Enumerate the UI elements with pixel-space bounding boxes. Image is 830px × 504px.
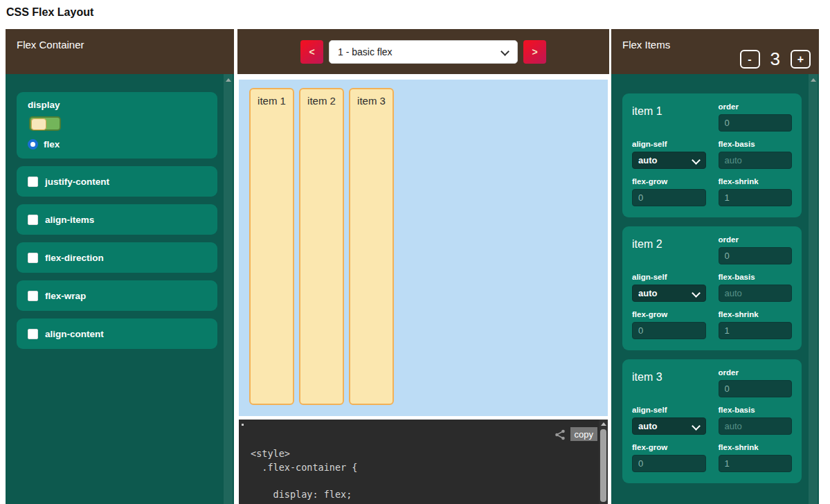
next-example-button[interactable]: > [523, 40, 546, 64]
flex-items-panel-body: item 1 order align-self auto flex-basis [611, 74, 819, 504]
align-content-label: align-content [45, 329, 104, 339]
flex-direction-card[interactable]: flex-direction [17, 242, 217, 273]
flex-preview-container: item 1 item 2 item 3 [239, 80, 608, 416]
flex-grow-label: flex-grow [632, 177, 706, 186]
order-label: order [719, 235, 793, 244]
flex-wrap-card[interactable]: flex-wrap [17, 280, 217, 311]
flex-radio-label: flex [44, 139, 60, 150]
flex-basis-input[interactable] [719, 285, 793, 302]
flex-shrink-input[interactable] [719, 189, 793, 206]
flex-shrink-input[interactable] [719, 455, 793, 472]
flex-grow-field: flex-grow [632, 443, 706, 472]
code-line: <style> [251, 447, 608, 461]
order-input[interactable] [719, 380, 793, 397]
copy-button[interactable]: copy [570, 427, 597, 441]
code-block: <style> .flex-container { display: flex; [239, 420, 608, 501]
order-field: order [719, 235, 793, 264]
code-line: .flex-container { [251, 461, 608, 475]
align-items-card[interactable]: align-items [17, 204, 217, 235]
item-3-title: item 3 [632, 368, 706, 397]
flex-basis-input[interactable] [719, 417, 793, 435]
align-self-label: align-self [632, 273, 706, 281]
align-self-field: align-self auto [632, 140, 706, 169]
align-content-card[interactable]: align-content [17, 318, 217, 349]
item-1-card: item 1 order align-self auto flex-basis [622, 93, 802, 217]
decrease-items-button[interactable]: - [740, 50, 760, 69]
align-self-select[interactable]: auto [632, 417, 706, 435]
display-property-card: display flex [17, 92, 217, 159]
align-items-label: align-items [45, 215, 94, 225]
flex-wrap-checkbox[interactable] [28, 291, 38, 301]
increase-items-button[interactable]: + [791, 50, 811, 69]
flex-grow-input[interactable] [632, 322, 706, 339]
preview-item-1: item 1 [249, 88, 294, 405]
flex-items-panel: Flex Items - 3 + item 1 order align-self [611, 29, 819, 504]
page-title: CSS Flex Layout [6, 6, 93, 19]
flex-basis-label: flex-basis [719, 140, 793, 148]
code-line [251, 474, 608, 488]
code-line: display: flex; [251, 488, 608, 502]
example-select[interactable]: 1 - basic flex [329, 40, 518, 64]
example-nav-bar: < 1 - basic flex > [237, 29, 609, 74]
order-label: order [719, 102, 793, 111]
scroll-up-icon[interactable] [811, 78, 816, 82]
bullet-icon [242, 424, 244, 426]
align-self-field: align-self auto [632, 406, 706, 435]
flex-grow-input[interactable] [632, 455, 706, 472]
flex-basis-field: flex-basis [719, 406, 793, 435]
right-panel-scrollbar[interactable] [809, 74, 818, 504]
flex-items-panel-title: Flex Items [622, 39, 670, 51]
order-input[interactable] [719, 114, 793, 132]
scroll-up-icon[interactable] [601, 422, 606, 426]
align-self-label: align-self [632, 406, 706, 414]
flex-shrink-label: flex-shrink [719, 310, 793, 318]
flex-basis-input[interactable] [719, 152, 793, 169]
share-icon[interactable] [554, 429, 566, 444]
display-label: display [28, 100, 206, 110]
align-self-select[interactable]: auto [632, 152, 706, 169]
flex-direction-checkbox[interactable] [28, 253, 38, 263]
order-field: order [719, 368, 793, 397]
flex-shrink-field: flex-shrink [719, 443, 793, 472]
flex-grow-field: flex-grow [632, 177, 706, 206]
prev-example-button[interactable]: < [300, 40, 323, 64]
flex-container-panel-header: Flex Container [6, 29, 234, 74]
flex-shrink-label: flex-shrink [719, 443, 793, 451]
flex-grow-label: flex-grow [632, 443, 706, 451]
flex-container-panel-title: Flex Container [17, 39, 84, 51]
justify-content-label: justify-content [45, 177, 109, 187]
item-count-stepper: - 3 + [740, 48, 811, 70]
preview-item-2: item 2 [299, 88, 344, 405]
flex-shrink-input[interactable] [719, 322, 793, 339]
flex-container-panel-body: display flex justify-content align-items [6, 74, 234, 504]
toggle-knob-icon [31, 118, 46, 130]
flex-radio-row: flex [28, 139, 206, 150]
justify-content-checkbox[interactable] [28, 177, 38, 187]
code-scrollbar[interactable] [599, 420, 608, 504]
scrollbar-thumb[interactable] [600, 429, 606, 502]
app-window: CSS Flex Layout Flex Container display f… [0, 0, 830, 504]
align-self-field: align-self auto [632, 273, 706, 302]
align-items-checkbox[interactable] [28, 215, 38, 225]
flex-basis-field: flex-basis [719, 140, 793, 169]
item-2-card: item 2 order align-self auto flex-basis [622, 226, 802, 350]
flex-direction-label: flex-direction [45, 253, 104, 263]
order-input[interactable] [719, 247, 793, 264]
left-panel-scrollbar[interactable] [224, 74, 233, 504]
item-2-title: item 2 [632, 235, 706, 264]
align-self-select[interactable]: auto [632, 285, 706, 302]
flex-grow-label: flex-grow [632, 310, 706, 318]
flex-wrap-label: flex-wrap [45, 291, 86, 301]
flex-basis-label: flex-basis [719, 406, 793, 414]
justify-content-card[interactable]: justify-content [17, 166, 217, 197]
item-3-card: item 3 order align-self auto flex-basis [622, 359, 802, 483]
display-toggle[interactable] [29, 116, 61, 131]
align-content-checkbox[interactable] [28, 329, 38, 339]
flex-grow-field: flex-grow [632, 310, 706, 339]
order-label: order [719, 368, 793, 377]
flex-basis-field: flex-basis [719, 273, 793, 302]
scroll-up-icon[interactable] [226, 78, 231, 82]
flex-radio[interactable] [28, 139, 38, 150]
flex-grow-input[interactable] [632, 189, 706, 206]
align-self-label: align-self [632, 140, 706, 148]
